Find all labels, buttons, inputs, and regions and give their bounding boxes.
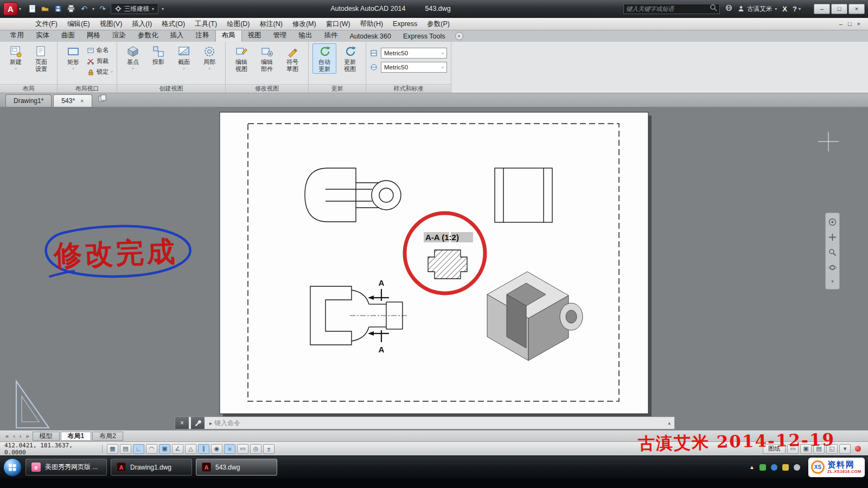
open-file-icon[interactable] xyxy=(40,4,50,14)
auto-update-toggle[interactable]: 自动 更新 xyxy=(312,43,336,74)
tray-volume-icon[interactable] xyxy=(794,464,800,471)
toggle-ortho[interactable]: ◠ xyxy=(146,444,157,454)
panel-label-styles[interactable]: 样式和标准 xyxy=(366,84,451,93)
toggle-3d-osnap[interactable]: △ xyxy=(185,444,196,454)
command-line-bar[interactable]: × ▸ ▴ xyxy=(175,416,675,429)
tab-plugins[interactable]: 插件 xyxy=(318,30,344,42)
menu-insert[interactable]: 插入(I) xyxy=(127,18,157,30)
update-view-button[interactable]: 更新 视图 xyxy=(338,43,362,74)
toggle-snap[interactable]: ▤ xyxy=(120,444,131,454)
application-menu-button[interactable]: A ▾ xyxy=(3,2,21,16)
tab-manage[interactable]: 管理 xyxy=(267,30,293,42)
help-button[interactable]: ? ▾ xyxy=(793,5,801,13)
tab-express-tools[interactable]: Express Tools xyxy=(397,31,451,42)
tab-solid[interactable]: 实体 xyxy=(30,30,55,42)
layout-nav-next-icon[interactable]: › xyxy=(17,433,24,439)
paperspace-view[interactable]: A A A-A (1:2) xyxy=(0,107,868,430)
navbar-caret-icon[interactable]: ▾ xyxy=(831,279,834,284)
tab-layout1[interactable]: 布局1 xyxy=(61,432,92,441)
close-button[interactable]: × xyxy=(848,4,865,14)
toggle-transparency[interactable]: ◎ xyxy=(250,444,261,454)
panel-label-viewports[interactable]: 布局视口 xyxy=(58,84,117,93)
coordinates-display[interactable]: 412.0421, 181.3637, 0.0000 xyxy=(4,442,98,456)
menu-express[interactable]: Express xyxy=(388,18,422,29)
edit-view-button[interactable]: 编辑 视图 xyxy=(229,43,253,74)
tray-expand-icon[interactable]: ▲ xyxy=(749,464,755,470)
doc-close-icon[interactable]: × xyxy=(857,21,860,27)
tab-layout[interactable]: 布局 xyxy=(215,29,242,42)
panel-label-create-view[interactable]: 创建视图 xyxy=(117,84,225,93)
toggle-dynamic-input[interactable]: ≡ xyxy=(224,444,235,454)
tab-parametric[interactable]: 参数化 xyxy=(132,30,164,42)
taskbar-drawing1-button[interactable]: A Drawing1.dwg xyxy=(111,459,192,476)
tab-model-space[interactable]: 模型 xyxy=(33,432,60,441)
menu-help[interactable]: 帮助(H) xyxy=(355,18,388,30)
tab-view[interactable]: 视图 xyxy=(242,30,267,42)
plot-icon[interactable] xyxy=(66,4,76,14)
tray-antivirus-icon[interactable] xyxy=(760,464,766,471)
doc-minimize-icon[interactable]: – xyxy=(839,21,843,27)
toggle-grid[interactable]: ∟ xyxy=(133,444,144,454)
standard-style-select[interactable]: Metric50 ▾ xyxy=(381,62,447,73)
command-input[interactable] xyxy=(214,419,666,427)
tab-render[interactable]: 渲染 xyxy=(106,30,132,42)
tab-surface[interactable]: 曲面 xyxy=(55,30,81,42)
menu-edit[interactable]: 编辑(E) xyxy=(62,18,95,30)
tab-output[interactable]: 输出 xyxy=(293,30,318,42)
zoom-icon[interactable] xyxy=(828,248,837,259)
maximize-button[interactable]: □ xyxy=(831,4,847,14)
panel-label-update[interactable]: 更新 xyxy=(309,84,366,93)
menu-draw[interactable]: 绘图(D) xyxy=(222,18,254,30)
toggle-dynamic-ucs[interactable]: ◉ xyxy=(211,444,222,454)
new-layout-button[interactable]: 新建 ▾ xyxy=(4,43,28,73)
file-tab-543[interactable]: 543* × xyxy=(53,94,92,107)
named-viewport-button[interactable]: 命名 xyxy=(87,46,113,55)
new-drawing-tab-icon[interactable] xyxy=(98,94,107,105)
file-tab-drawing1[interactable]: Drawing1* xyxy=(5,94,52,107)
tab-annotate[interactable]: 注释 xyxy=(190,30,215,42)
tab-autodesk360[interactable]: Autodesk 360 xyxy=(344,31,397,42)
status-menu-caret[interactable]: ▾ xyxy=(839,444,851,454)
redo-icon[interactable]: ↷ xyxy=(98,4,107,14)
command-customize-icon[interactable] xyxy=(191,417,205,429)
toggle-infer-constraints[interactable]: ▦ xyxy=(107,444,118,454)
menu-view[interactable]: 视图(V) xyxy=(95,18,127,30)
panel-label-layout[interactable]: 布局 xyxy=(0,84,57,93)
tab-insert[interactable]: 插入 xyxy=(164,30,190,42)
tray-network-icon[interactable] xyxy=(771,464,777,471)
exchange-apps-icon[interactable]: X xyxy=(782,5,787,13)
command-history-caret[interactable]: ▴ xyxy=(668,420,671,426)
detail-view-button[interactable]: 局部 ▾ xyxy=(197,43,221,73)
toggle-otrack[interactable]: ∥ xyxy=(198,444,209,454)
workspace-switcher[interactable]: 三维建模 ▾ xyxy=(111,3,158,14)
menu-modify[interactable]: 修改(M) xyxy=(288,18,321,30)
steering-wheel-icon[interactable] xyxy=(828,218,837,228)
command-close-icon[interactable]: × xyxy=(175,417,189,429)
toggle-osnap[interactable]: ∠ xyxy=(172,444,183,454)
search-icon[interactable] xyxy=(710,4,717,14)
menu-parameters[interactable]: 参数(P) xyxy=(422,18,455,30)
drawing-area[interactable]: A A A-A (1:2) xyxy=(0,107,868,430)
navigation-bar[interactable]: ▾ xyxy=(825,213,840,290)
layout-nav-prev-icon[interactable]: ‹ xyxy=(11,433,17,439)
save-icon[interactable] xyxy=(53,4,63,14)
layout-nav-last-icon[interactable]: » xyxy=(23,433,31,439)
clip-viewport-button[interactable]: 剪裁 xyxy=(87,56,113,66)
qat-customize-caret-icon[interactable]: ▾ xyxy=(162,7,164,11)
section-view-button[interactable]: 截面 ▾ xyxy=(172,43,196,73)
tab-layout2[interactable]: 布局2 xyxy=(92,432,123,441)
menu-format[interactable]: 格式(O) xyxy=(157,18,190,30)
doc-restore-icon[interactable]: □ xyxy=(848,21,852,27)
panel-label-modify-view[interactable]: 修改视图 xyxy=(226,84,308,93)
annotation-monitor-icon[interactable] xyxy=(855,446,861,452)
toggle-polar[interactable]: ▣ xyxy=(159,444,170,454)
minimize-button[interactable]: – xyxy=(814,4,830,14)
sign-in-menu[interactable]: 古滇艾米 ▾ xyxy=(738,5,777,13)
projected-view-button[interactable]: 投影 xyxy=(146,43,170,67)
undo-caret-icon[interactable]: ▾ xyxy=(92,7,94,11)
menu-tools[interactable]: 工具(T) xyxy=(190,18,222,30)
help-search-box[interactable] xyxy=(623,4,720,14)
lock-viewport-button[interactable]: 锁定 ▾ xyxy=(87,67,113,76)
menu-window[interactable]: 窗口(W) xyxy=(321,18,355,30)
communication-center-icon[interactable] xyxy=(725,4,732,14)
